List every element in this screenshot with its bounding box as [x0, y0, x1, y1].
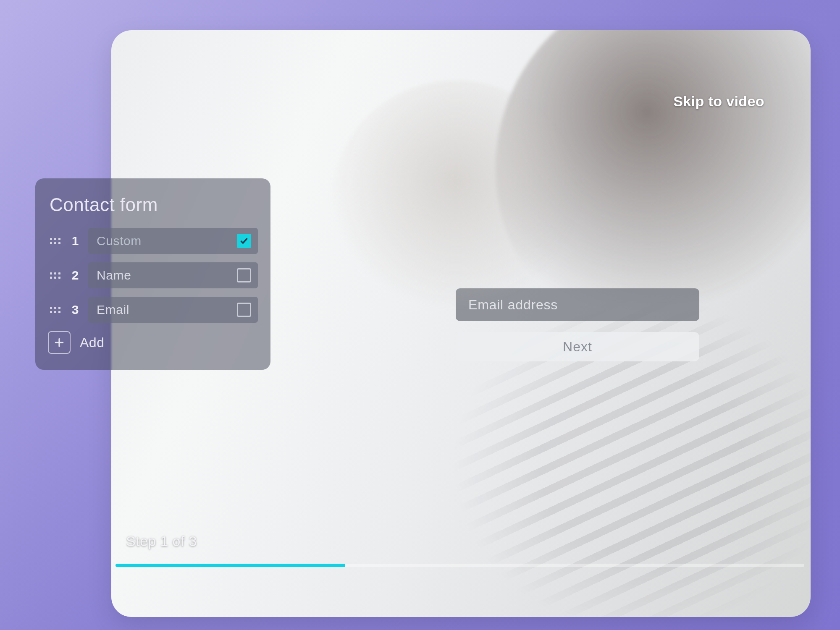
contact-form-panel: Contact form 1 Custom 2 Name 3 Email — [35, 178, 270, 370]
field-label: Email — [97, 303, 129, 317]
next-button-label: Next — [563, 339, 592, 355]
row-number: 2 — [70, 268, 81, 282]
checkbox-email[interactable] — [237, 303, 251, 317]
email-placeholder: Email address — [468, 297, 558, 313]
step-indicator: Step 1 of 3 — [126, 533, 197, 549]
form-row-name: 2 Name — [48, 262, 258, 288]
add-row: Add — [48, 331, 258, 354]
field-name[interactable]: Name — [88, 262, 258, 288]
drag-handle-icon[interactable] — [48, 268, 62, 282]
field-email[interactable]: Email — [88, 297, 258, 323]
progress-fill — [116, 564, 345, 567]
progress-bar — [116, 564, 804, 567]
skip-to-video-link[interactable]: Skip to video — [673, 93, 764, 110]
row-number: 3 — [70, 303, 81, 317]
field-label: Custom — [97, 234, 142, 248]
checkbox-custom[interactable] — [237, 234, 251, 248]
form-row-custom: 1 Custom — [48, 228, 258, 254]
drag-handle-icon[interactable] — [48, 303, 62, 317]
field-label: Name — [97, 268, 131, 282]
email-field[interactable]: Email address — [456, 288, 699, 321]
next-button[interactable]: Next — [456, 332, 699, 361]
add-button[interactable] — [48, 331, 71, 354]
field-custom[interactable]: Custom — [88, 228, 258, 254]
add-label: Add — [80, 335, 104, 350]
form-row-email: 3 Email — [48, 297, 258, 323]
drag-handle-icon[interactable] — [48, 234, 62, 248]
panel-title: Contact form — [50, 194, 256, 215]
checkbox-name[interactable] — [237, 268, 251, 282]
email-mini-form: Email address Next — [456, 288, 699, 361]
row-number: 1 — [70, 234, 81, 248]
